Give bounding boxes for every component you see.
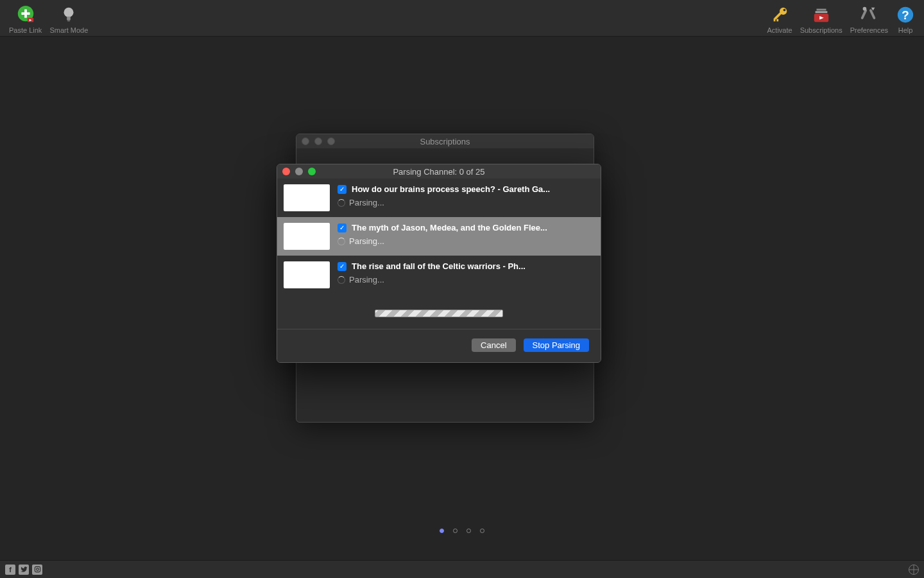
item-title: The myth of Jason, Medea, and the Golden… [352,223,547,232]
svg-point-9 [783,9,786,12]
activate-label: Activate [767,26,792,34]
minimize-icon[interactable] [295,168,303,175]
page-dot[interactable] [440,529,444,533]
subscriptions-label: Subscriptions [800,26,843,34]
list-item[interactable]: ✓ The myth of Jason, Medea, and the Gold… [277,217,601,256]
toolbar-right-group: Activate Subscriptions [764,3,920,36]
parsing-modal: Parsing Channel: 0 of 25 ✓ How do our br… [277,164,601,363]
cancel-button[interactable]: Cancel [472,338,515,352]
item-status: Parsing... [349,275,384,285]
key-icon [770,5,789,24]
paste-link-icon [16,5,35,24]
video-thumbnail [284,184,330,211]
activate-button[interactable]: Activate [764,3,796,36]
help-label: Help [898,26,913,34]
parsing-titlebar[interactable]: Parsing Channel: 0 of 25 [277,164,601,179]
twitter-icon[interactable] [19,565,29,575]
svg-rect-12 [776,19,778,22]
item-title: The rise and fall of the Celtic warriors… [352,261,526,271]
svg-rect-22 [35,566,40,572]
svg-rect-11 [774,19,776,22]
svg-rect-2 [21,12,30,15]
page-dot[interactable] [466,529,471,533]
status-bar: f [0,560,924,578]
preferences-label: Preferences [850,26,888,34]
item-status: Parsing... [349,198,384,207]
minimize-icon[interactable] [314,137,322,145]
close-icon[interactable] [282,168,290,175]
smart-mode-icon [59,5,78,24]
spinner-icon [338,238,345,245]
zoom-icon[interactable] [308,168,316,175]
page-dot[interactable] [453,529,458,533]
preferences-icon [859,5,878,24]
smart-mode-button[interactable]: Smart Mode [46,3,92,36]
social-links: f [5,565,42,575]
video-thumbnail [284,261,330,288]
subscriptions-icon [812,5,831,24]
svg-point-19 [863,7,867,11]
item-status: Parsing... [349,236,384,246]
indeterminate-progress [375,310,503,317]
svg-rect-7 [67,20,70,21]
progress-area [277,294,601,329]
svg-point-5 [64,8,74,17]
subscriptions-button[interactable]: Subscriptions [796,3,846,36]
modal-footer: Cancel Stop Parsing [277,329,601,362]
svg-rect-14 [815,11,827,13]
spinner-icon [338,276,345,284]
subscriptions-window-title: Subscriptions [296,137,594,146]
svg-rect-6 [67,17,71,21]
spinner-icon [338,199,345,207]
subscriptions-titlebar[interactable]: Subscriptions [296,134,594,148]
parsing-traffic-lights [282,168,316,175]
subscriptions-traffic-lights [302,137,335,145]
globe-icon[interactable] [909,565,919,575]
zoom-icon[interactable] [327,137,335,145]
svg-text:?: ? [902,8,909,22]
item-checkbox[interactable]: ✓ [338,262,346,271]
page-indicator [0,529,924,533]
paste-link-button[interactable]: Paste Link [5,3,46,36]
page-dot[interactable] [480,529,484,533]
help-button[interactable]: ? Help [892,3,919,36]
item-title: How do our brains process speech? - Gare… [352,184,550,194]
smart-mode-label: Smart Mode [49,26,88,34]
parsing-list: ✓ How do our brains process speech? - Ga… [277,179,601,294]
svg-rect-18 [869,9,877,20]
svg-point-23 [36,568,38,571]
facebook-icon[interactable]: f [5,565,15,575]
parsing-modal-title: Parsing Channel: 0 of 25 [277,167,601,177]
instagram-icon[interactable] [32,565,42,575]
list-item[interactable]: ✓ How do our brains process speech? - Ga… [277,179,601,217]
item-checkbox[interactable]: ✓ [338,223,346,232]
list-item[interactable]: ✓ The rise and fall of the Celtic warrio… [277,256,601,294]
toolbar-left-group: Paste Link Smart Mode [5,3,92,36]
main-toolbar: Paste Link Smart Mode [0,0,924,37]
stop-parsing-button[interactable]: Stop Parsing [524,338,589,352]
close-icon[interactable] [302,137,309,145]
help-icon: ? [896,5,915,24]
paste-link-label: Paste Link [9,26,42,34]
item-checkbox[interactable]: ✓ [338,185,346,194]
preferences-button[interactable]: Preferences [846,3,892,36]
video-thumbnail [284,223,330,250]
svg-rect-13 [816,9,826,11]
